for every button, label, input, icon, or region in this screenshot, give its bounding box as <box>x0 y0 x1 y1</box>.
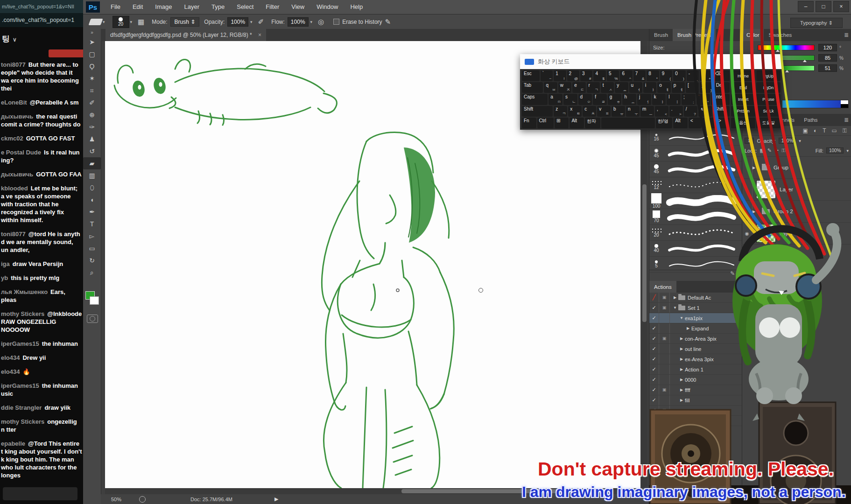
layers-opacity-value[interactable]: 100% <box>779 138 796 144</box>
lock-position-icon[interactable]: ✛ <box>774 147 779 154</box>
brush-preset-row[interactable]: 40 <box>649 241 742 257</box>
key-<[interactable]: < <box>689 118 702 128</box>
key-space[interactable] <box>601 118 655 128</box>
eyedropper-tool[interactable]: ✐ <box>83 97 101 109</box>
action-toggle[interactable]: ✓ <box>649 416 659 426</box>
magic-wand-tool[interactable]: ✶ <box>83 72 101 84</box>
tablet-pressure-icon[interactable]: ✐ <box>258 18 264 26</box>
key-z[interactable]: zㅋ <box>554 106 567 117</box>
onscreen-keyboard[interactable]: 화상 키보드 × Esc`~1!2@3#4$5%6^7&8*9(0)-_=+⌫T… <box>520 54 782 130</box>
expand-arrow-icon[interactable]: ▶ <box>753 210 758 214</box>
key-d[interactable]: dㅇ <box>578 94 592 105</box>
close-icon[interactable]: × <box>772 58 776 66</box>
action-dialog-toggle[interactable] <box>659 354 670 364</box>
filter-pixel-icon[interactable]: ▣ <box>803 127 808 134</box>
key-Esc[interactable]: Esc <box>522 70 540 81</box>
lock-transparency-icon[interactable]: ▦ <box>760 147 764 154</box>
close-button[interactable]: × <box>833 1 849 12</box>
action-row[interactable]: ╱▣▶Default Ac <box>649 293 742 303</box>
fill-value[interactable]: 100% <box>826 147 844 154</box>
action-dialog-toggle[interactable] <box>659 364 670 374</box>
keyboard-title-bar[interactable]: 화상 키보드 × <box>520 54 782 69</box>
key-7[interactable]: 7& <box>633 70 646 81</box>
hue-value[interactable]: 120 <box>818 44 837 51</box>
chevron-down-icon[interactable]: ▾ <box>310 20 313 24</box>
key-n[interactable]: nㅜ <box>626 106 640 117</box>
key-1[interactable]: 1! <box>554 70 566 81</box>
action-row[interactable]: ✓▶Expand <box>649 323 742 334</box>
key-∧[interactable]: ∧ <box>698 106 712 117</box>
key-h[interactable]: hㅗ <box>622 94 636 105</box>
clone-stamp-tool[interactable]: ♟ <box>83 133 101 145</box>
key-⌫[interactable]: ⌫ <box>713 70 730 81</box>
action-row[interactable]: ✓▣▶ffff <box>649 385 742 395</box>
quick-mask-button[interactable] <box>87 315 98 323</box>
key-Pause[interactable]: Pause <box>756 94 781 105</box>
tab-brush-presets[interactable]: Brush Presets <box>673 29 716 41</box>
brush-preset-row[interactable]: 16 <box>649 130 742 146</box>
visibility-eye-icon[interactable]: ◉ <box>742 223 753 244</box>
crop-tool[interactable]: ⌗ <box>83 84 101 97</box>
key-v[interactable]: vㅍ <box>597 106 611 117</box>
zoom-tool[interactable]: ⌕ <box>83 266 101 279</box>
maximize-button[interactable]: □ <box>816 1 831 12</box>
visibility-eye-icon[interactable] <box>742 179 753 200</box>
expand-arrow-icon[interactable]: ▶ <box>678 347 685 351</box>
key-r[interactable]: rㄱ <box>587 82 600 93</box>
key-ScrLk[interactable]: ScrLk <box>756 106 781 117</box>
toggle-brush-panel-icon[interactable]: ▦ <box>138 18 144 26</box>
flow-value[interactable]: 100% <box>288 17 309 27</box>
brush-preset-row[interactable]: 70 <box>649 209 742 225</box>
erase-to-history-checkbox[interactable] <box>333 19 339 25</box>
chat-input[interactable] <box>3 487 77 500</box>
rotate-view-tool[interactable]: ↻ <box>83 254 101 266</box>
key-8[interactable]: 8* <box>647 70 659 81</box>
key-f[interactable]: fㄹ <box>593 94 607 105</box>
chevron-down-icon[interactable]: ▾ <box>799 139 801 143</box>
brush-preset-row[interactable]: 12 <box>649 177 742 193</box>
key-=[interactable]: =+ <box>700 70 712 81</box>
filter-adjustment-icon[interactable]: ◐ <box>814 127 817 134</box>
key-PrtScn[interactable]: PrtScn <box>731 106 755 117</box>
panel-menu-icon[interactable]: ≣ <box>844 114 851 126</box>
layer-row[interactable]: ▶Group <box>742 157 851 179</box>
menu-type[interactable]: Type <box>205 3 231 10</box>
key-Fn[interactable]: Fn <box>522 118 536 128</box>
action-toggle[interactable]: ✓ <box>649 344 659 354</box>
action-toggle[interactable]: ✓ <box>649 313 659 323</box>
key-m[interactable]: mㅡ <box>640 106 654 117</box>
expand-arrow-icon[interactable]: ▶ <box>678 367 685 371</box>
expand-arrow-icon[interactable]: ▶ <box>678 357 685 361</box>
eraser-tool[interactable]: ▰ <box>83 157 101 169</box>
path-selection-tool[interactable]: ▻ <box>83 230 101 242</box>
menu-select[interactable]: Select <box>231 3 260 10</box>
key-End[interactable]: End <box>731 82 755 93</box>
action-row[interactable]: ✓▣▼Set 1 <box>649 303 742 313</box>
key-3[interactable]: 3# <box>580 70 592 81</box>
action-dialog-toggle[interactable]: ▣ <box>659 334 670 343</box>
scrollbar-thumb[interactable] <box>642 184 647 322</box>
dodge-tool[interactable]: ◖ <box>83 194 101 206</box>
action-row[interactable]: ✓▼exa1pix <box>649 313 742 323</box>
minimize-button[interactable]: – <box>798 1 814 12</box>
key-l[interactable]: lㅣ <box>667 94 681 105</box>
key-e[interactable]: eㄷ <box>572 82 585 93</box>
key-,[interactable]: ,< <box>655 106 668 117</box>
key-한자[interactable]: 한자 <box>585 118 600 128</box>
key-⊞[interactable]: ⊞ <box>555 118 569 128</box>
eraser-tool-icon[interactable] <box>88 19 103 25</box>
zoom-level[interactable]: 50% <box>111 497 121 502</box>
key-Caps[interactable]: Caps <box>522 94 548 105</box>
key-한/영[interactable]: 한/영 <box>656 118 672 128</box>
action-row[interactable]: ✓▶Action 1 <box>649 364 742 375</box>
menu-layer[interactable]: Layer <box>178 3 206 10</box>
menu-edit[interactable]: Edit <box>127 3 149 10</box>
key-w[interactable]: wㅈ <box>558 82 571 93</box>
expand-arrow-icon[interactable]: ▼ <box>672 306 678 310</box>
menu-image[interactable]: Image <box>149 3 178 10</box>
workspace-switcher[interactable]: Typography ⇕ <box>790 18 843 28</box>
key-b[interactable]: bㅠ <box>612 106 625 117</box>
menu-file[interactable]: File <box>105 3 127 10</box>
key-q[interactable]: qㅂ <box>544 82 557 93</box>
gradient-tool[interactable]: ▥ <box>83 169 101 182</box>
